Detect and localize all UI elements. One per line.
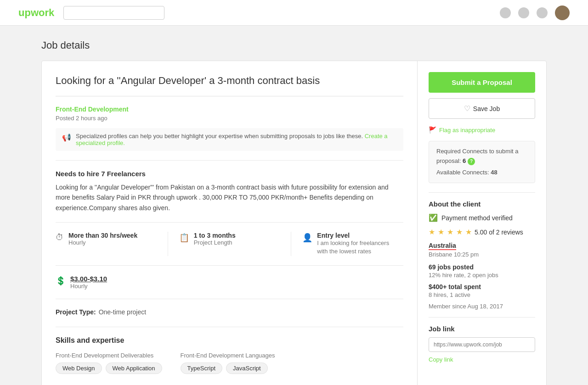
jobs-posted-sub: 12% hire rate, 2 open jobs [429,272,535,279]
hourly-rate: $3.00-$3.10 [70,275,107,283]
payment-verified-text: Payment method verified [441,214,513,222]
client-location-container: Australia [429,242,535,251]
stat-level: 👤 Entry level I am looking for freelance… [291,232,403,256]
header: upwork [0,0,588,26]
available-num: 48 [491,169,497,176]
save-job-button[interactable]: ♡ Save Job [429,98,535,119]
skills-section: Skills and expertise Front-End Developme… [56,336,403,385]
main-card: Looking for a ''Angular Developer' a 3-m… [41,61,547,385]
posted-time: Posted 2 hours ago [56,115,403,122]
stat-level-label: Entry level [317,232,390,239]
flag-icon: 🚩 [429,126,436,134]
alert-text: Specialized profiles can help you better… [76,133,397,146]
star-1: ★ [429,228,435,236]
jobs-posted-label: 69 jobs posted [429,263,535,271]
sidebar-divider-2 [429,317,535,318]
hourly-row: 💲 $3.00-$3.10 Hourly [56,275,403,290]
needs-hire: Needs to hire 7 Freelancers [56,170,403,178]
skill-tag-web-design[interactable]: Web Design [56,363,102,374]
right-panel: Submit a Proposal ♡ Save Job 🚩 Flag as i… [418,61,546,385]
bookmark-icon[interactable] [537,7,548,18]
skills-group-languages-title: Front-End Development Languages [181,352,275,359]
skill-tag-typescript[interactable]: TypeScript [181,363,222,374]
money-icon: 💲 [56,276,66,286]
stat-duration: 📋 1 to 3 months Project Length [168,232,280,256]
stat-hours-sub: Hourly [68,239,137,246]
project-type-value: One-time project [99,308,146,316]
deliverables-tags: Web Design Web Application [56,363,162,374]
flag-label: Flag as inappropriate [439,127,495,134]
divider-5 [56,327,403,327]
stat-duration-label: 1 to 3 months [194,232,236,239]
megaphone-icon: 📢 [62,133,71,142]
rating-text: 5.00 of 2 reviews [475,229,523,236]
stat-level-sub: I am looking for freelancers with the lo… [317,239,390,256]
divider-4 [56,299,403,299]
star-3: ★ [447,228,453,236]
project-type-label: Project Type: [56,308,96,316]
notifications-icon[interactable] [500,7,511,18]
star-2: ★ [438,228,444,236]
copy-link-button[interactable]: Copy link [429,356,453,363]
clock-icon: ⏱ [56,233,64,242]
about-client-label: About the client [429,200,535,208]
messages-icon[interactable] [518,7,529,18]
stat-duration-sub: Project Length [194,239,236,246]
left-panel: Looking for a ''Angular Developer' a 3-m… [42,61,418,385]
project-type-row: Project Type: One-time project [56,308,403,316]
divider-1 [56,160,403,161]
avatar[interactable] [555,6,570,20]
job-title: Looking for a ''Angular Developer' a 3-m… [56,75,403,96]
heart-icon: ♡ [464,104,470,113]
header-right [500,6,570,20]
skills-group-languages: Front-End Development Languages TypeScri… [181,352,275,374]
calendar-icon: 📋 [179,233,189,243]
stars-row: ★ ★ ★ ★ ★ 5.00 of 2 reviews [429,228,535,236]
page-title: Job details [41,39,547,51]
client-location: Australia [429,242,456,250]
connects-box: Required Connects to submit a proposal: … [429,141,535,183]
skill-tag-javascript[interactable]: JavaScript [226,363,268,374]
info-icon[interactable]: ? [468,158,475,165]
check-icon: ✅ [429,213,438,222]
job-category[interactable]: Front-End Development [56,106,403,113]
job-link-label: Job link [429,325,535,333]
divider-2 [56,222,403,223]
payment-verified: ✅ Payment method verified [429,213,535,222]
star-5: ★ [465,228,472,236]
connects-required: Required Connects to submit a proposal: … [436,147,527,166]
stats-row: ⏱ More than 30 hrs/week Hourly 📋 1 to 3 … [56,232,403,256]
hourly-label: Hourly [70,283,107,290]
page-container: Job details Looking for a ''Angular Deve… [32,26,556,385]
languages-tags: TypeScript JavaScript [181,363,275,374]
total-spent-sub: 8 hires, 1 active [429,291,535,298]
skills-group-deliverables-title: Front-End Development Deliverables [56,352,162,359]
stat-hours: ⏱ More than 30 hrs/week Hourly [56,232,157,256]
divider-3 [56,265,403,266]
member-since: Member since Aug 18, 2017 [429,303,535,310]
sidebar-divider-1 [429,192,535,193]
submit-proposal-button[interactable]: Submit a Proposal [429,72,535,93]
alert-box: 📢 Specialized profiles can help you bett… [56,128,403,151]
skill-tag-web-application[interactable]: Web Application [106,363,162,374]
connects-num: 6 [463,157,466,164]
stat-hours-label: More than 30 hrs/week [68,232,137,239]
available-connects: Available Connects: 48 [436,168,527,178]
total-spent-label: $400+ total spent [429,283,535,290]
person-icon: 👤 [302,233,312,243]
skills-title: Skills and expertise [56,336,403,345]
star-4: ★ [456,228,463,236]
client-city: Brisbane 10:25 pm [429,251,535,258]
flag-inappropriate-link[interactable]: 🚩 Flag as inappropriate [429,126,535,134]
logo: upwork [18,7,54,19]
job-link-input[interactable] [429,337,535,352]
save-job-label: Save Job [473,105,500,112]
skills-group-deliverables: Front-End Development Deliverables Web D… [56,352,162,374]
search-input[interactable] [63,6,164,20]
job-description: Looking for a ''Angular Developer''' fro… [56,182,403,213]
